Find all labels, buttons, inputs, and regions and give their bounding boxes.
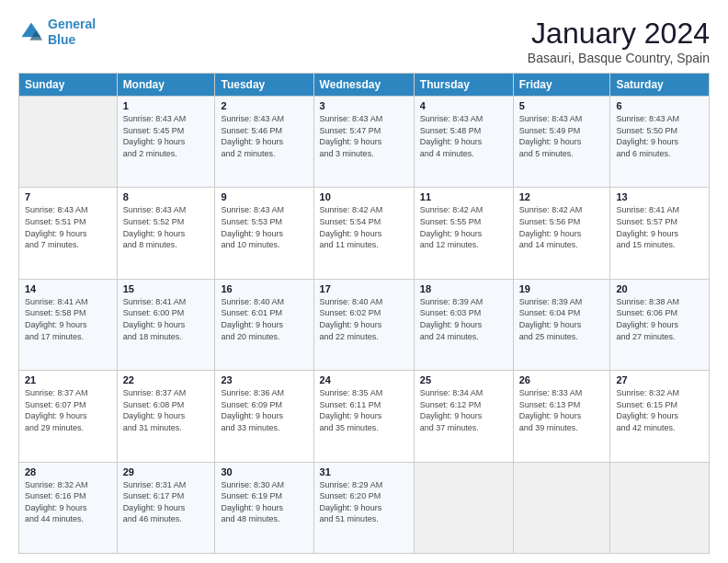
day-number: 17 (320, 283, 408, 294)
day-number: 30 (221, 466, 307, 477)
header-row: SundayMondayTuesdayWednesdayThursdayFrid… (19, 74, 710, 97)
day-number: 21 (25, 374, 111, 385)
column-header-tuesday: Tuesday (215, 74, 313, 97)
header: General Blue January 2024 Basauri, Basqu… (18, 17, 710, 65)
day-info: Sunrise: 8:29 AM Sunset: 6:20 PM Dayligh… (320, 479, 408, 525)
week-row-1: 1Sunrise: 8:43 AM Sunset: 5:45 PM Daylig… (19, 97, 710, 188)
day-cell: 31Sunrise: 8:29 AM Sunset: 6:20 PM Dayli… (313, 462, 414, 553)
day-number: 7 (25, 191, 111, 202)
day-cell: 2Sunrise: 8:43 AM Sunset: 5:46 PM Daylig… (215, 97, 313, 188)
month-title: January 2024 (528, 17, 710, 51)
day-info: Sunrise: 8:41 AM Sunset: 5:58 PM Dayligh… (25, 296, 111, 342)
location-title: Basauri, Basque Country, Spain (528, 51, 710, 65)
week-row-2: 7Sunrise: 8:43 AM Sunset: 5:51 PM Daylig… (19, 188, 710, 279)
day-number: 31 (320, 466, 408, 477)
day-cell: 6Sunrise: 8:43 AM Sunset: 5:50 PM Daylig… (610, 97, 710, 188)
day-number: 28 (25, 466, 111, 477)
day-number: 27 (616, 374, 703, 385)
day-number: 3 (320, 100, 408, 111)
day-info: Sunrise: 8:39 AM Sunset: 6:03 PM Dayligh… (420, 296, 507, 342)
calendar-table: SundayMondayTuesdayWednesdayThursdayFrid… (18, 73, 710, 554)
day-cell: 5Sunrise: 8:43 AM Sunset: 5:49 PM Daylig… (513, 97, 610, 188)
day-info: Sunrise: 8:31 AM Sunset: 6:17 PM Dayligh… (123, 479, 210, 525)
day-number: 9 (221, 191, 307, 202)
day-cell: 1Sunrise: 8:43 AM Sunset: 5:45 PM Daylig… (117, 97, 215, 188)
day-number: 18 (420, 283, 507, 294)
page: General Blue January 2024 Basauri, Basqu… (0, 0, 728, 563)
day-info: Sunrise: 8:42 AM Sunset: 5:54 PM Dayligh… (320, 204, 408, 250)
day-number: 16 (221, 283, 307, 294)
day-cell: 27Sunrise: 8:32 AM Sunset: 6:15 PM Dayli… (610, 371, 710, 462)
day-cell: 17Sunrise: 8:40 AM Sunset: 6:02 PM Dayli… (313, 279, 414, 370)
day-cell: 29Sunrise: 8:31 AM Sunset: 6:17 PM Dayli… (117, 462, 215, 553)
day-cell: 16Sunrise: 8:40 AM Sunset: 6:01 PM Dayli… (215, 279, 313, 370)
logo-line2: Blue (48, 32, 75, 47)
day-number: 23 (221, 374, 307, 385)
day-number: 29 (123, 466, 210, 477)
day-cell (513, 462, 610, 553)
day-number: 12 (519, 191, 605, 202)
column-header-sunday: Sunday (19, 74, 118, 97)
day-number: 26 (519, 374, 605, 385)
day-number: 24 (320, 374, 408, 385)
day-cell: 11Sunrise: 8:42 AM Sunset: 5:55 PM Dayli… (414, 188, 513, 279)
day-info: Sunrise: 8:43 AM Sunset: 5:53 PM Dayligh… (221, 204, 307, 250)
day-info: Sunrise: 8:38 AM Sunset: 6:06 PM Dayligh… (616, 296, 703, 342)
day-cell: 28Sunrise: 8:32 AM Sunset: 6:16 PM Dayli… (19, 462, 118, 553)
column-header-wednesday: Wednesday (313, 74, 414, 97)
day-cell: 23Sunrise: 8:36 AM Sunset: 6:09 PM Dayli… (215, 371, 313, 462)
day-info: Sunrise: 8:43 AM Sunset: 5:52 PM Dayligh… (123, 204, 210, 250)
day-cell (19, 97, 118, 188)
day-number: 22 (123, 374, 210, 385)
day-info: Sunrise: 8:43 AM Sunset: 5:50 PM Dayligh… (616, 113, 703, 159)
day-cell: 4Sunrise: 8:43 AM Sunset: 5:48 PM Daylig… (414, 97, 513, 188)
day-number: 19 (519, 283, 605, 294)
day-info: Sunrise: 8:37 AM Sunset: 6:08 PM Dayligh… (123, 387, 210, 433)
day-info: Sunrise: 8:34 AM Sunset: 6:12 PM Dayligh… (420, 387, 507, 433)
week-row-4: 21Sunrise: 8:37 AM Sunset: 6:07 PM Dayli… (19, 371, 710, 462)
day-cell: 22Sunrise: 8:37 AM Sunset: 6:08 PM Dayli… (117, 371, 215, 462)
day-cell: 13Sunrise: 8:41 AM Sunset: 5:57 PM Dayli… (610, 188, 710, 279)
logo-icon (18, 19, 44, 45)
column-header-saturday: Saturday (610, 74, 710, 97)
day-info: Sunrise: 8:39 AM Sunset: 6:04 PM Dayligh… (519, 296, 605, 342)
day-info: Sunrise: 8:43 AM Sunset: 5:49 PM Dayligh… (519, 113, 605, 159)
day-number: 5 (519, 100, 605, 111)
day-cell: 24Sunrise: 8:35 AM Sunset: 6:11 PM Dayli… (313, 371, 414, 462)
day-cell: 12Sunrise: 8:42 AM Sunset: 5:56 PM Dayli… (513, 188, 610, 279)
title-block: January 2024 Basauri, Basque Country, Sp… (528, 17, 710, 65)
day-info: Sunrise: 8:42 AM Sunset: 5:55 PM Dayligh… (420, 204, 507, 250)
day-cell: 14Sunrise: 8:41 AM Sunset: 5:58 PM Dayli… (19, 279, 118, 370)
day-info: Sunrise: 8:43 AM Sunset: 5:48 PM Dayligh… (420, 113, 507, 159)
day-number: 1 (123, 100, 210, 111)
day-number: 10 (320, 191, 408, 202)
day-number: 2 (221, 100, 307, 111)
day-cell: 25Sunrise: 8:34 AM Sunset: 6:12 PM Dayli… (414, 371, 513, 462)
day-info: Sunrise: 8:43 AM Sunset: 5:45 PM Dayligh… (123, 113, 210, 159)
day-cell: 15Sunrise: 8:41 AM Sunset: 6:00 PM Dayli… (117, 279, 215, 370)
day-info: Sunrise: 8:32 AM Sunset: 6:16 PM Dayligh… (25, 479, 111, 525)
logo-text: General Blue (48, 17, 96, 48)
day-cell: 9Sunrise: 8:43 AM Sunset: 5:53 PM Daylig… (215, 188, 313, 279)
day-info: Sunrise: 8:35 AM Sunset: 6:11 PM Dayligh… (320, 387, 408, 433)
day-cell: 8Sunrise: 8:43 AM Sunset: 5:52 PM Daylig… (117, 188, 215, 279)
column-header-friday: Friday (513, 74, 610, 97)
day-info: Sunrise: 8:30 AM Sunset: 6:19 PM Dayligh… (221, 479, 307, 525)
day-info: Sunrise: 8:43 AM Sunset: 5:51 PM Dayligh… (25, 204, 111, 250)
day-cell: 10Sunrise: 8:42 AM Sunset: 5:54 PM Dayli… (313, 188, 414, 279)
day-number: 8 (123, 191, 210, 202)
day-cell: 18Sunrise: 8:39 AM Sunset: 6:03 PM Dayli… (414, 279, 513, 370)
day-info: Sunrise: 8:40 AM Sunset: 6:02 PM Dayligh… (320, 296, 408, 342)
day-number: 13 (616, 191, 703, 202)
day-number: 4 (420, 100, 507, 111)
day-info: Sunrise: 8:33 AM Sunset: 6:13 PM Dayligh… (519, 387, 605, 433)
column-header-thursday: Thursday (414, 74, 513, 97)
day-info: Sunrise: 8:43 AM Sunset: 5:46 PM Dayligh… (221, 113, 307, 159)
day-cell (610, 462, 710, 553)
day-number: 14 (25, 283, 111, 294)
day-cell: 30Sunrise: 8:30 AM Sunset: 6:19 PM Dayli… (215, 462, 313, 553)
day-cell: 21Sunrise: 8:37 AM Sunset: 6:07 PM Dayli… (19, 371, 118, 462)
day-cell: 7Sunrise: 8:43 AM Sunset: 5:51 PM Daylig… (19, 188, 118, 279)
day-info: Sunrise: 8:36 AM Sunset: 6:09 PM Dayligh… (221, 387, 307, 433)
day-info: Sunrise: 8:40 AM Sunset: 6:01 PM Dayligh… (221, 296, 307, 342)
